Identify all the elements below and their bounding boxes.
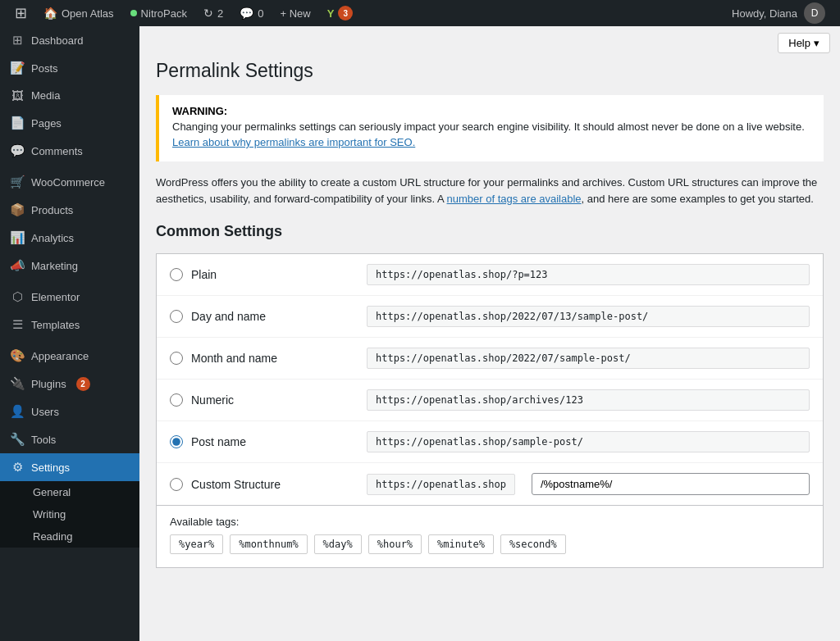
sidebar-item-media[interactable]: 🖼 Media [0, 82, 139, 109]
permalink-day-name-row: Day and name https://openatlas.shop/2022… [157, 296, 823, 338]
elementor-icon: ⬡ [10, 289, 25, 304]
help-bar: Help ▾ [139, 26, 840, 60]
plugins-icon: 🔌 [10, 376, 25, 391]
comments[interactable]: 💬 0 [231, 0, 272, 26]
warning-box: WARNING: Changing your permalinks settin… [156, 95, 824, 161]
submenu-reading[interactable]: Reading [0, 525, 139, 548]
sidebar-item-pages[interactable]: 📄 Pages [0, 109, 139, 137]
sidebar-item-label: Elementor [31, 291, 80, 303]
month-name-text: Month and name [191, 352, 277, 365]
available-tags-section: Available tags: %year% %monthnum% %day% … [156, 506, 824, 568]
help-label: Help [788, 37, 810, 49]
woocommerce-icon: 🛒 [10, 175, 25, 189]
tags-link[interactable]: number of tags are available [447, 193, 582, 205]
day-name-label[interactable]: Day and name [170, 310, 350, 323]
warning-label: WARNING: [172, 105, 227, 117]
sidebar-item-label: Analytics [31, 232, 74, 244]
sidebar: ⊞ Dashboard 📝 Posts 🖼 Media 📄 Pages 💬 Co… [0, 26, 139, 641]
templates-icon: ☰ [10, 317, 25, 332]
month-name-radio[interactable] [170, 352, 183, 365]
sidebar-item-label: Plugins [31, 378, 66, 390]
sidebar-item-dashboard[interactable]: ⊞ Dashboard [0, 26, 139, 54]
help-arrow-icon: ▾ [814, 37, 819, 49]
numeric-text: Numeric [191, 393, 234, 407]
products-icon: 📦 [10, 202, 25, 217]
help-button[interactable]: Help ▾ [778, 33, 830, 53]
warning-link[interactable]: Learn about why permalinks are important… [172, 136, 415, 148]
comments-icon: 💬 [10, 143, 25, 158]
sidebar-item-appearance[interactable]: 🎨 Appearance [0, 342, 139, 370]
sidebar-item-label: Marketing [31, 260, 78, 272]
tag-year[interactable]: %year% [170, 534, 223, 554]
permalink-month-name-row: Month and name https://openatlas.shop/20… [157, 338, 823, 380]
tag-monthnum[interactable]: %monthnum% [230, 534, 307, 554]
settings-icon: ⚙ [10, 460, 25, 475]
permalink-post-name-row: Post name https://openatlas.shop/sample-… [157, 421, 823, 463]
settings-submenu: General Writing Reading [0, 481, 139, 548]
tag-second[interactable]: %second% [500, 534, 566, 554]
nitropack-status-dot [130, 10, 137, 16]
tools-icon: 🔧 [10, 432, 25, 447]
user-avatar: D [804, 2, 825, 24]
sidebar-item-label: Media [31, 89, 60, 102]
updates[interactable]: ↻ 2 [195, 0, 231, 26]
numeric-label[interactable]: Numeric [170, 393, 350, 407]
tag-hour[interactable]: %hour% [368, 534, 422, 554]
sidebar-item-label: Pages [31, 117, 62, 130]
sidebar-item-tools[interactable]: 🔧 Tools [0, 425, 139, 453]
post-name-text: Post name [191, 435, 246, 448]
common-settings-title: Common Settings [156, 223, 824, 240]
custom-structure-input[interactable] [532, 473, 810, 495]
settings-table: Plain https://openatlas.shop/?p=123 Day … [156, 253, 824, 506]
sidebar-item-plugins[interactable]: 🔌 Plugins 2 [0, 370, 139, 398]
site-name[interactable]: 🏠 Open Atlas [35, 0, 122, 26]
sidebar-item-label: Dashboard [31, 34, 84, 47]
yoast[interactable]: Y 3 [319, 0, 362, 26]
month-name-label[interactable]: Month and name [170, 352, 350, 365]
media-icon: 🖼 [10, 89, 25, 102]
description-text: WordPress offers you the ability to crea… [156, 175, 824, 207]
plain-label[interactable]: Plain [170, 268, 350, 281]
warning-text: Changing your permalinks settings can se… [172, 120, 810, 133]
numeric-radio[interactable] [170, 393, 183, 407]
custom-label[interactable]: Custom Structure [170, 478, 350, 491]
custom-text: Custom Structure [191, 478, 281, 491]
analytics-icon: 📊 [10, 230, 25, 245]
post-name-radio[interactable] [170, 435, 183, 448]
custom-base-url: https://openatlas.shop [367, 474, 515, 495]
sidebar-item-label: Appearance [31, 350, 89, 362]
sidebar-item-analytics[interactable]: 📊 Analytics [0, 224, 139, 252]
new-content[interactable]: + New [272, 0, 318, 26]
numeric-url: https://openatlas.shop/archives/123 [367, 389, 810, 411]
sidebar-item-products[interactable]: 📦 Products [0, 196, 139, 224]
dashboard-icon: ⊞ [10, 33, 25, 48]
sidebar-item-settings[interactable]: ⚙ Settings [0, 453, 139, 481]
page-title: Permalink Settings [156, 60, 824, 82]
day-name-radio[interactable] [170, 310, 183, 323]
submenu-general[interactable]: General [0, 481, 139, 503]
plain-url: https://openatlas.shop/?p=123 [367, 264, 810, 285]
sidebar-item-woocommerce[interactable]: 🛒 WooCommerce [0, 168, 139, 196]
user-info[interactable]: Howdy, Diana D [724, 2, 833, 24]
sidebar-item-label: WooCommerce [31, 176, 105, 189]
sidebar-item-elementor[interactable]: ⬡ Elementor [0, 283, 139, 311]
submenu-writing[interactable]: Writing [0, 503, 139, 525]
day-name-url: https://openatlas.shop/2022/07/13/sample… [367, 306, 810, 327]
nitropack[interactable]: NitroPack [122, 0, 195, 26]
sidebar-item-templates[interactable]: ☰ Templates [0, 311, 139, 339]
post-name-label[interactable]: Post name [170, 435, 350, 448]
custom-radio[interactable] [170, 478, 183, 491]
permalink-plain-row: Plain https://openatlas.shop/?p=123 [157, 254, 823, 296]
plain-radio[interactable] [170, 268, 183, 281]
main-content: Permalink Settings WARNING: Changing you… [139, 60, 840, 641]
sidebar-item-users[interactable]: 👤 Users [0, 398, 139, 425]
tag-minute[interactable]: %minute% [428, 534, 494, 554]
permalink-numeric-row: Numeric https://openatlas.shop/archives/… [157, 380, 823, 421]
tag-day[interactable]: %day% [314, 534, 362, 554]
sidebar-item-posts[interactable]: 📝 Posts [0, 54, 139, 82]
sidebar-item-label: Settings [31, 461, 70, 474]
sidebar-item-comments[interactable]: 💬 Comments [0, 137, 139, 165]
sidebar-item-marketing[interactable]: 📣 Marketing [0, 252, 139, 280]
wp-logo[interactable]: ⊞ [7, 0, 35, 26]
posts-icon: 📝 [10, 61, 25, 75]
